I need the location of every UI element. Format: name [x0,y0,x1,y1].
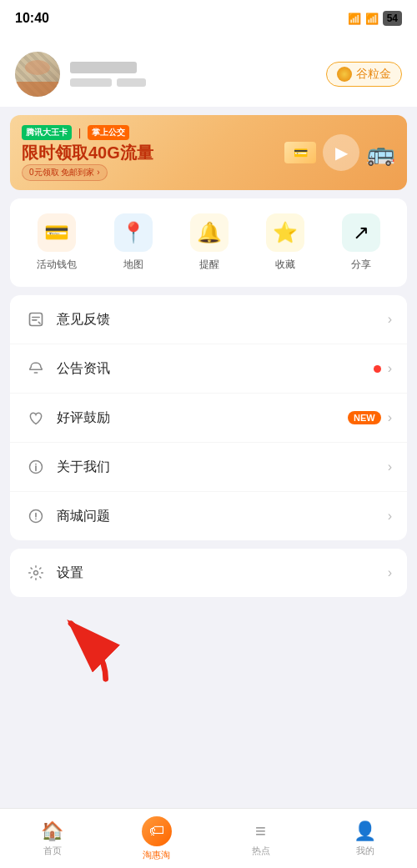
notice-right: › [374,361,392,376]
banner-sub-text: 0元领取 免邮到家 [29,167,94,178]
banner-sub-btn[interactable]: 0元领取 免邮到家 › [22,164,108,181]
settings-chevron: › [388,565,392,580]
praise-icon [25,407,47,429]
remind-label: 提醒 [199,258,219,272]
about-chevron: › [388,459,392,474]
hotspot-nav-label: 热点 [252,845,270,857]
hotspot-nav-icon: ≡ [255,820,266,842]
shop-icon [25,505,47,527]
banner-section[interactable]: 腾讯大王卡 | 掌上公交 限时领取40G流量 0元领取 免邮到家 › 💳 ▶ 🚌 [10,115,407,190]
status-bar: 10:40 📶 📶 54 [0,0,417,37]
about-right: › [388,459,392,474]
banner-main-text: 限时领取40G流量 [22,143,153,162]
share-icon: ↗ [342,213,380,252]
praise-new-badge: NEW [348,411,381,424]
gu-icon [337,67,352,82]
notice-label: 公告资讯 [57,360,374,378]
profile-section: 谷粒金 [0,37,417,107]
feedback-right: › [388,312,392,327]
taohuatao-nav-icon: 🏷 [142,816,172,846]
notice-chevron: › [388,361,392,376]
shop-right: › [388,509,392,524]
banner-logo2: 掌上公交 [88,125,129,140]
profile-left [15,52,146,97]
settings-section: 设置 › [10,549,407,597]
signal-icon: 📶 [348,13,361,25]
share-label: 分享 [351,258,371,272]
nav-item-hotspot[interactable]: ≡ 热点 [208,820,313,857]
quick-item-remind[interactable]: 🔔 提醒 [190,213,229,272]
settings-icon [25,562,47,584]
menu-item-feedback[interactable]: 意见反馈 › [10,295,407,344]
settings-item[interactable]: 设置 › [10,549,407,597]
quick-item-map[interactable]: 📍 地图 [114,213,153,272]
banner-logo-row: 腾讯大王卡 | 掌上公交 [22,125,153,140]
nav-item-taohuatao[interactable]: 🏷 淘惠淘 [104,816,208,861]
profile-name-placeholder [70,62,137,73]
menu-section: 意见反馈 › 公告资讯 › 好评鼓励 NEW › [10,295,407,540]
favorite-label: 收藏 [275,258,295,272]
mine-nav-label: 我的 [356,845,374,857]
praise-right: NEW › [348,410,392,425]
banner-bus-icon: 🚌 [366,139,395,167]
menu-item-about[interactable]: 关于我们 › [10,443,407,492]
about-icon [25,456,47,478]
feedback-chevron: › [388,312,392,327]
shop-label: 商城问题 [57,508,388,525]
svg-point-2 [35,464,37,465]
notice-red-dot [374,365,381,373]
svg-point-5 [34,571,38,575]
quick-item-wallet[interactable]: 💳 活动钱包 [37,213,77,272]
shop-chevron: › [388,509,392,524]
banner-right: 💳 ▶ 🚌 [284,115,395,190]
wallet-label: 活动钱包 [37,258,77,272]
status-time: 10:40 [15,11,49,26]
praise-chevron: › [388,410,392,425]
profile-sub-bar2 [117,78,146,87]
nav-item-home[interactable]: 🏠 首页 [0,820,104,857]
profile-sub-bar1 [70,78,112,87]
banner-play-icon: ▶ [323,134,359,171]
menu-item-notice[interactable]: 公告资讯 › [10,344,407,394]
settings-label: 设置 [57,564,388,582]
profile-sub-placeholders [70,78,146,87]
home-nav-icon: 🏠 [41,820,63,842]
feedback-label: 意见反馈 [57,311,388,329]
menu-item-praise[interactable]: 好评鼓励 NEW › [10,394,407,443]
battery-badge: 54 [383,11,402,26]
banner-divider-icon: | [78,127,81,138]
about-label: 关于我们 [57,459,388,476]
praise-label: 好评鼓励 [57,409,348,427]
gu-badge[interactable]: 谷粒金 [326,62,402,87]
home-nav-label: 首页 [43,845,62,857]
wifi-icon: 📶 [365,13,379,25]
map-icon: 📍 [114,213,153,252]
quick-item-share[interactable]: ↗ 分享 [342,213,380,272]
menu-item-shop[interactable]: 商城问题 › [10,492,407,540]
banner-content: 腾讯大王卡 | 掌上公交 限时领取40G流量 0元领取 免邮到家 › [22,125,153,181]
banner-logo1: 腾讯大王卡 [22,125,72,140]
taohuatao-nav-label: 淘惠淘 [143,849,170,861]
quick-item-favorite[interactable]: ⭐ 收藏 [266,213,304,272]
wallet-icon: 💳 [38,213,76,252]
profile-info [70,62,146,87]
bottom-nav: 🏠 首页 🏷 淘惠淘 ≡ 热点 👤 我的 [0,808,417,868]
banner-card-icon: 💳 [284,142,316,163]
favorite-icon: ⭐ [266,213,304,252]
status-icons: 📶 📶 54 [348,11,402,26]
map-label: 地图 [123,258,143,272]
banner-sub-arrow: › [97,168,99,177]
remind-icon: 🔔 [190,213,229,252]
svg-point-4 [35,519,37,520]
notice-icon [25,358,47,379]
settings-right: › [388,565,392,580]
red-arrow-svg [50,614,133,689]
quick-section: 💳 活动钱包 📍 地图 🔔 提醒 ⭐ 收藏 ↗ 分享 [10,198,407,287]
avatar[interactable] [15,52,60,97]
mine-nav-icon: 👤 [354,820,376,842]
red-arrow-container [0,605,417,705]
nav-item-mine[interactable]: 👤 我的 [313,820,417,857]
gu-label: 谷粒金 [356,67,391,82]
feedback-icon [25,309,47,330]
